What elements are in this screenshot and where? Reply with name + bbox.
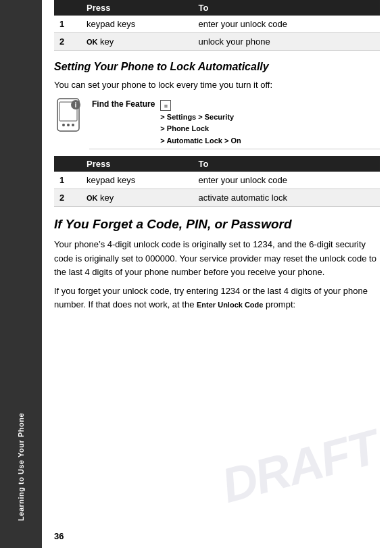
s-row2-num: 2 [54,189,81,206]
feature-path-line2: > Phone Lock [160,123,377,135]
s-row2-press: OK key [81,189,193,206]
menu-icon: ≡ [160,100,171,111]
second-table-col-press: Press [81,156,193,172]
row1-to: enter your unlock code [193,16,380,33]
feature-path: > Settings > Security > Phone Lock > Aut… [160,111,377,147]
section2-body1: Your phone’s 4-digit unlock code is orig… [54,238,380,278]
row2-press: OK key [81,33,193,51]
second-table-col-to: To [193,156,380,172]
phone-icon: i [54,98,82,132]
sidebar-label: Learning to Use Your Phone [17,413,25,521]
feature-path-cell: ≡ > Settings > Security > Phone Lock > A… [157,98,380,149]
top-table-col-to: To [193,0,380,16]
svg-point-4 [72,124,74,126]
second-table: Press To 1 keypad keys enter your unlock… [54,156,380,207]
s-row1-to: enter your unlock code [193,172,380,189]
s-row1-num: 1 [54,172,81,189]
table-row: 1 keypad keys enter your unlock code [54,16,380,33]
watermark: DRAFT [216,419,383,514]
row1-press: keypad keys [81,16,193,33]
main-content: Press To 1 keypad keys enter your unlock… [42,0,392,548]
sidebar: Learning to Use Your Phone [0,0,42,548]
section2-heading: If You Forget a Code, PIN, or Password [54,216,380,233]
section2-heading-text: If You Forget a Code, PIN, or Password [54,217,292,231]
table-row: 2 OK key activate automatic lock [54,189,380,206]
s-row1-press: keypad keys [81,172,193,189]
top-table-col-num [54,0,81,16]
feature-path-line1: > Settings > Security [160,111,377,124]
s-row2-to: activate automatic lock [193,189,380,206]
top-table: Press To 1 keypad keys enter your unlock… [54,0,380,51]
top-table-section: Press To 1 keypad keys enter your unlock… [54,0,380,51]
feature-path-line3: > Automatic Lock > On [160,135,377,147]
row1-num: 1 [54,16,81,33]
svg-point-3 [67,124,70,126]
svg-text:i: i [75,101,77,109]
section2-body2-bold: Enter Unlock Code [197,301,263,309]
row2-num: 2 [54,33,81,51]
table-row: 1 keypad keys enter your unlock code [54,172,380,189]
second-table-col-num [54,156,81,172]
svg-point-2 [62,124,65,126]
second-table-section: Press To 1 keypad keys enter your unlock… [54,156,380,207]
feature-label: Find the Feature [89,98,157,149]
feature-box: i Find the Feature ≡ > Settings > Securi… [54,98,380,149]
top-table-col-press: Press [81,0,193,16]
page-container: Learning to Use Your Phone Press To 1 ke… [0,0,392,548]
table-row: 2 OK key unlock your phone [54,33,380,51]
section1-body: You can set your phone to lock every tim… [54,78,380,92]
section2-body2-suffix: prompt: [263,299,295,309]
section1-heading: Setting Your Phone to Lock Automatically [54,60,380,74]
section2-body2: If you forget your unlock code, try ente… [54,284,380,312]
row2-to: unlock your phone [193,33,380,51]
feature-table: Find the Feature ≡ > Settings > Security… [89,98,380,149]
page-number: 36 [54,531,64,541]
